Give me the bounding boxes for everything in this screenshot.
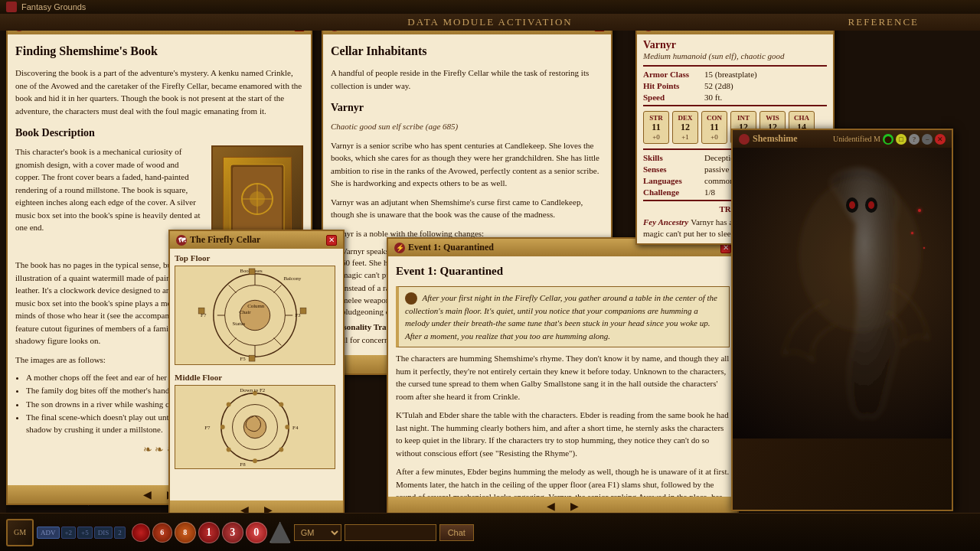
cellar-main-title: Cellar Inhabitants: [331, 42, 603, 60]
event-text-2: K'Tulah and Ebder share the table with t…: [396, 409, 730, 459]
die-d12-btn[interactable]: 3: [222, 522, 243, 543]
challenge-value: 1/8: [704, 187, 715, 197]
role-select[interactable]: GM Player: [294, 524, 341, 541]
svg-rect-32: [249, 269, 255, 275]
chat-input[interactable]: [345, 524, 436, 541]
dice-group: 6 8 1 3 0: [132, 522, 291, 543]
ability-str: STR 11 +0: [643, 111, 669, 144]
skills-label: Skills: [643, 153, 704, 162]
count-token[interactable]: 2: [114, 527, 126, 539]
hit-points-label: Hit Points: [643, 81, 704, 90]
shemshime-close-btn[interactable]: ✕: [935, 134, 946, 145]
svg-rect-31: [300, 308, 306, 314]
event-text-1: The characters are humming Shemshime's r…: [396, 352, 730, 403]
svg-point-39: [285, 425, 289, 429]
event-panel: ⚡ Event 1: Quarantined ✕ Event 1: Quaran…: [387, 237, 739, 517]
challenge-label: Challenge: [643, 187, 704, 197]
creature-name: Varnyr: [643, 39, 827, 51]
shemshime-question-btn[interactable]: ?: [909, 134, 920, 145]
armor-class-value: 15 (breastplate): [704, 70, 757, 79]
svg-point-40: [279, 448, 283, 452]
speed-value: 30 ft.: [704, 93, 722, 102]
data-module-title: Data Module Activation: [407, 16, 572, 28]
shemshime-icon: [739, 134, 750, 145]
ability-con: CON 11 +0: [701, 111, 727, 144]
svg-line-17: [274, 338, 282, 346]
event-speech-1: After your first night in the Firefly Ce…: [396, 286, 730, 348]
die-d6-btn[interactable]: 6: [152, 523, 172, 543]
creature-subtitle: Medium humanoid (sun elf), chaotic good: [643, 51, 827, 60]
armor-class-row: Armor Class 15 (breastplate): [643, 70, 827, 79]
svg-text:Status: Status: [232, 321, 245, 326]
svg-point-42: [227, 448, 231, 452]
die-d20-btn[interactable]: 0: [246, 522, 267, 543]
shemshime-green-btn[interactable]: ⬤: [883, 134, 893, 145]
svg-point-10: [868, 201, 874, 209]
die-d8-btn[interactable]: 8: [175, 522, 196, 543]
event-icon: ⚡: [394, 243, 405, 253]
senses-label: Senses: [643, 165, 704, 174]
speed-label: Speed: [643, 93, 704, 102]
map-panel-close[interactable]: ✕: [326, 235, 337, 246]
chat-button[interactable]: Chat: [439, 524, 474, 541]
svg-rect-33: [249, 355, 255, 361]
reference-title: Reference: [848, 16, 919, 28]
map-panel-title: 🗺 The Firefly Cellar: [176, 234, 260, 246]
fey-ancestry-title: Fey Ancestry: [643, 217, 688, 227]
shemshime-title-area: Shemshime: [739, 133, 798, 145]
data-module-bar: Data Module Activation Reference: [0, 14, 980, 31]
die-d10-btn[interactable]: 1: [198, 522, 220, 543]
svg-rect-30: [198, 308, 204, 314]
cellar-varnyr-subtitle: Chaotic good sun elf scribe (age 685): [331, 120, 603, 133]
shemshime-header: Shemshime Unidentified M ⬤ □ ? − ✕: [733, 130, 952, 148]
cellar-varnyr-title: Varnyr: [331, 99, 603, 116]
cellar-varnyr-text2: Varnyr was an adjutant when Shemshime's …: [331, 196, 603, 221]
hit-points-value: 52 (2d8): [704, 81, 733, 90]
red-particle-2: [911, 232, 913, 234]
red-particle-3: [923, 247, 925, 249]
cellar-intro: A handful of people reside in the Firefl…: [331, 67, 603, 92]
adv-token[interactable]: ADV: [37, 527, 60, 539]
shemshime-title: Shemshime: [753, 133, 798, 145]
svg-text:Chair: Chair: [239, 309, 251, 315]
dis-token[interactable]: DIS: [94, 527, 113, 539]
map-panel-header: 🗺 The Firefly Cellar ✕: [170, 231, 343, 249]
shemshime-minus-btn[interactable]: −: [922, 134, 933, 145]
event-prev-btn[interactable]: ◀: [542, 500, 560, 513]
event-next-btn[interactable]: ▶: [566, 500, 583, 513]
svg-text:F7: F7: [204, 425, 211, 430]
svg-point-36: [243, 416, 266, 438]
stat-divider-2: [643, 105, 827, 106]
bottom-bar: GM ADV +2 +5 DIS 2 6 8 1 3 0 GM Player C…: [0, 513, 980, 551]
svg-text:Down to F2: Down to F2: [240, 387, 265, 393]
die-d4-btn[interactable]: [132, 523, 150, 542]
book-section-title: Book Description: [15, 125, 303, 141]
svg-point-43: [220, 425, 225, 429]
svg-text:F8: F8: [240, 461, 246, 467]
plus5-token[interactable]: +5: [77, 527, 93, 539]
cellar-varnyr-text1: Varnyr is a senior scribe who has spent …: [331, 139, 603, 190]
plus2-token[interactable]: +2: [61, 527, 77, 539]
map-content: Top Floor Bookcases Balcony F3 Chair Sta…: [170, 249, 343, 518]
map-middle-floor-label: Middle Floor: [175, 373, 338, 382]
shemshime-controls: Unidentified M ⬤ □ ? − ✕: [833, 134, 946, 145]
shemshime-image: [733, 148, 952, 439]
svg-text:F5: F5: [240, 356, 246, 361]
token-controls: ADV +2 +5 DIS 2: [37, 527, 126, 539]
stat-divider-1: [643, 65, 827, 67]
svg-text:Column: Column: [247, 303, 265, 308]
map-svg-middle: Down to F2 F4 F8 F7: [175, 385, 335, 469]
shemshime-yellow-btn[interactable]: □: [896, 134, 906, 145]
ability-dex: DEX 12 +1: [672, 111, 698, 144]
book-prev-btn[interactable]: ◀: [139, 488, 156, 501]
shemshime-subtitle: Unidentified M: [833, 135, 880, 143]
svg-point-44: [227, 403, 231, 407]
app-icon: [6, 2, 17, 12]
die-triangle-btn[interactable]: [270, 522, 291, 543]
map-icon: 🗺: [176, 235, 187, 246]
svg-line-21: [229, 285, 237, 293]
title-bar: Fantasy Grounds: [0, 0, 980, 14]
svg-text:Balcony: Balcony: [283, 276, 301, 281]
map-top-floor-label: Top Floor: [175, 253, 338, 262]
book-intro-text: Discovering the book is a part of the ad…: [15, 67, 303, 117]
